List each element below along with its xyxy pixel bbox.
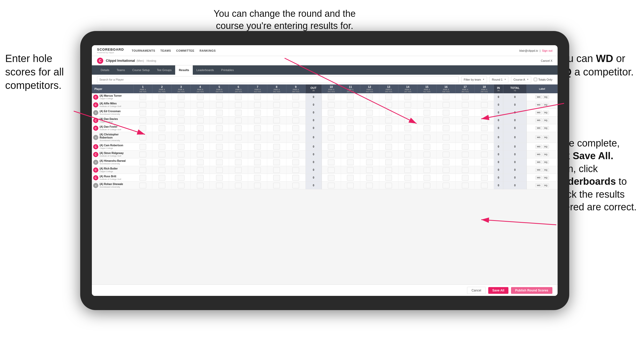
score-input-h8[interactable]	[273, 125, 280, 131]
score-input-h2[interactable]	[159, 144, 165, 150]
score-input-h14[interactable]	[404, 175, 411, 181]
score-input-h10[interactable]	[328, 102, 335, 108]
score-input-h14[interactable]	[404, 94, 411, 100]
score-input-h15[interactable]	[424, 175, 430, 181]
score-input-h11[interactable]	[347, 94, 354, 100]
score-input-h13[interactable]	[385, 125, 392, 131]
score-input-h10[interactable]	[328, 175, 335, 181]
score-input-h16[interactable]	[443, 144, 449, 150]
score-input-h10[interactable]	[328, 183, 335, 188]
score-input-h17[interactable]	[462, 144, 469, 150]
score-input-h16[interactable]	[443, 135, 449, 140]
score-input-h2[interactable]	[159, 125, 165, 131]
score-input-h18[interactable]	[481, 94, 488, 100]
wd-button[interactable]: WD	[535, 118, 542, 122]
score-input-h10[interactable]	[328, 118, 335, 123]
score-input-h5[interactable]	[216, 125, 223, 131]
score-input-h13[interactable]	[385, 110, 392, 116]
score-input-h18[interactable]	[481, 183, 488, 188]
score-input-h3[interactable]	[178, 152, 184, 157]
totals-only-toggle[interactable]: Totals Only	[534, 78, 552, 81]
score-input-h17[interactable]	[462, 183, 469, 188]
score-input-h4[interactable]	[197, 159, 204, 165]
score-input-h8[interactable]	[273, 118, 280, 123]
score-input-h1[interactable]	[139, 94, 146, 100]
score-input-h13[interactable]	[385, 144, 392, 150]
score-input-h14[interactable]	[404, 152, 411, 157]
score-input-h7[interactable]	[254, 175, 261, 181]
score-input-h17[interactable]	[462, 110, 469, 116]
score-input-h11[interactable]	[347, 144, 354, 150]
score-input-h13[interactable]	[385, 175, 392, 181]
score-input-h7[interactable]	[254, 125, 261, 131]
score-input-h6[interactable]	[235, 175, 242, 181]
score-input-h17[interactable]	[462, 152, 469, 157]
score-input-h1[interactable]	[139, 159, 146, 165]
score-input-h16[interactable]	[443, 152, 449, 157]
score-input-h9[interactable]	[292, 159, 299, 165]
score-input-h10[interactable]	[328, 135, 335, 140]
score-input-h11[interactable]	[347, 159, 354, 165]
score-input-h9[interactable]	[292, 135, 299, 140]
score-input-h3[interactable]	[178, 175, 184, 181]
score-input-h9[interactable]	[292, 110, 299, 116]
score-input-h6[interactable]	[235, 94, 242, 100]
score-input-h12[interactable]	[366, 110, 373, 116]
nav-committee[interactable]: COMMITTEE	[176, 49, 195, 52]
score-input-h5[interactable]	[216, 144, 223, 150]
score-input-h6[interactable]	[235, 135, 242, 140]
score-input-h2[interactable]	[159, 102, 165, 108]
cancel-tournament-btn[interactable]: Cancel X	[541, 59, 552, 62]
score-input-h16[interactable]	[443, 167, 449, 173]
score-input-h15[interactable]	[424, 152, 430, 157]
score-input-h4[interactable]	[197, 125, 204, 131]
score-input-h9[interactable]	[292, 94, 299, 100]
score-input-h9[interactable]	[292, 152, 299, 157]
score-input-h5[interactable]	[216, 175, 223, 181]
score-input-h3[interactable]	[178, 159, 184, 165]
cancel-button[interactable]: Cancel	[467, 287, 485, 294]
score-input-h2[interactable]	[159, 118, 165, 123]
score-input-h17[interactable]	[462, 125, 469, 131]
score-input-h15[interactable]	[424, 183, 430, 188]
score-input-h16[interactable]	[443, 159, 449, 165]
score-input-h8[interactable]	[273, 94, 280, 100]
score-input-h14[interactable]	[404, 110, 411, 116]
score-input-h8[interactable]	[273, 110, 280, 116]
score-input-h15[interactable]	[424, 159, 430, 165]
score-input-h15[interactable]	[424, 110, 430, 116]
score-input-h17[interactable]	[462, 102, 469, 108]
score-input-h12[interactable]	[366, 135, 373, 140]
score-input-h7[interactable]	[254, 152, 261, 157]
score-input-h9[interactable]	[292, 102, 299, 108]
score-input-h3[interactable]	[178, 125, 184, 131]
score-input-h13[interactable]	[385, 118, 392, 123]
score-input-h13[interactable]	[385, 159, 392, 165]
score-input-h11[interactable]	[347, 183, 354, 188]
score-input-h5[interactable]	[216, 135, 223, 140]
score-input-h10[interactable]	[328, 125, 335, 131]
wd-button[interactable]: WD	[535, 160, 542, 164]
score-input-h3[interactable]	[178, 118, 184, 123]
totals-only-checkbox[interactable]	[534, 78, 537, 81]
score-input-h18[interactable]	[481, 167, 488, 173]
dq-button[interactable]: DQ	[543, 95, 549, 99]
score-input-h18[interactable]	[481, 135, 488, 140]
score-input-h8[interactable]	[273, 183, 280, 188]
score-input-h8[interactable]	[273, 159, 280, 165]
nav-teams[interactable]: TEAMS	[160, 49, 171, 52]
dq-button[interactable]: DQ	[543, 111, 549, 114]
score-input-h8[interactable]	[273, 102, 280, 108]
score-input-h18[interactable]	[481, 102, 488, 108]
score-input-h10[interactable]	[328, 152, 335, 157]
tab-results[interactable]: Results	[175, 65, 193, 75]
score-input-h13[interactable]	[385, 135, 392, 140]
score-input-h8[interactable]	[273, 144, 280, 150]
score-input-h5[interactable]	[216, 183, 223, 188]
score-input-h6[interactable]	[235, 183, 242, 188]
tab-printables[interactable]: Printables	[218, 65, 238, 75]
score-input-h5[interactable]	[216, 102, 223, 108]
score-input-h1[interactable]	[139, 183, 146, 188]
score-input-h11[interactable]	[347, 152, 354, 157]
dq-button[interactable]: DQ	[543, 126, 549, 130]
